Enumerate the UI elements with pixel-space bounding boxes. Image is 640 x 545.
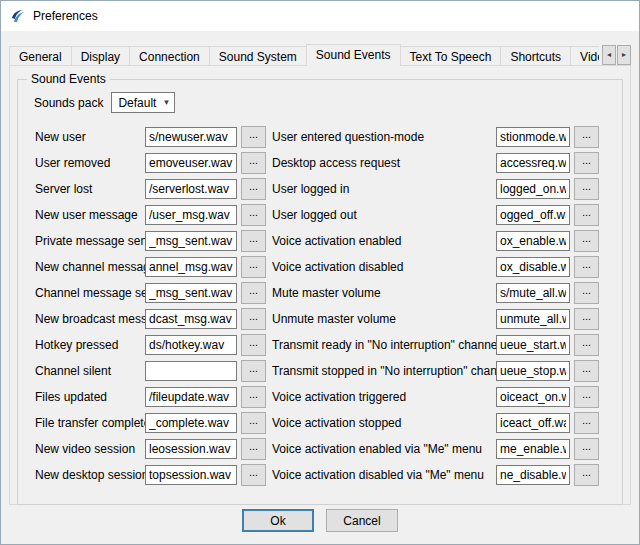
sound-event-input[interactable] — [496, 179, 570, 199]
sound-event-input[interactable] — [496, 231, 570, 251]
sound-event-input[interactable] — [145, 465, 237, 485]
sound-event-label: Server lost — [35, 182, 145, 196]
sound-event-input[interactable] — [145, 413, 237, 433]
row-voice-activation-enabled-me-menu: Voice activation enabled via "Me" menu .… — [272, 436, 612, 462]
sound-event-label: Voice activation triggered — [272, 390, 496, 404]
browse-button[interactable]: ... — [241, 256, 266, 278]
row-voice-activation-stopped: Voice activation stopped ... — [272, 410, 612, 436]
titlebar: Preferences — [1, 1, 639, 31]
sound-event-input[interactable] — [145, 439, 237, 459]
sound-event-label: New channel message — [35, 260, 145, 274]
sound-event-label: New user message — [35, 208, 145, 222]
browse-button[interactable]: ... — [241, 412, 266, 434]
browse-button[interactable]: ... — [574, 178, 599, 200]
sound-event-label: Private message sent — [35, 234, 145, 248]
sound-event-input[interactable] — [496, 127, 570, 147]
browse-button[interactable]: ... — [241, 282, 266, 304]
sound-event-input[interactable] — [496, 153, 570, 173]
browse-button[interactable]: ... — [241, 438, 266, 460]
app-icon — [10, 8, 26, 24]
row-user-entered-question-mode: User entered question-mode ... — [272, 124, 612, 150]
sound-event-label: Transmit ready in "No interruption" chan… — [272, 338, 496, 352]
row-voice-activation-enabled: Voice activation enabled ... — [272, 228, 612, 254]
tab-sound-system[interactable]: Sound System — [209, 46, 307, 66]
browse-button[interactable]: ... — [241, 334, 266, 356]
sound-event-label: User entered question-mode — [272, 130, 496, 144]
sound-event-label: User removed — [35, 156, 145, 170]
sound-event-input[interactable] — [496, 387, 570, 407]
browse-button[interactable]: ... — [241, 178, 266, 200]
row-voice-activation-disabled-me-menu: Voice activation disabled via "Me" menu … — [272, 462, 612, 488]
tab-general[interactable]: General — [9, 46, 72, 66]
tab-display[interactable]: Display — [71, 46, 130, 66]
browse-button[interactable]: ... — [241, 204, 266, 226]
sound-event-input[interactable] — [145, 309, 237, 329]
sounds-pack-label: Sounds pack — [34, 96, 103, 110]
sound-event-label: Mute master volume — [272, 286, 496, 300]
browse-button[interactable]: ... — [574, 230, 599, 252]
sound-event-label: File transfer complete — [35, 416, 145, 430]
tab-text-to-speech[interactable]: Text To Speech — [400, 46, 502, 66]
sound-event-input[interactable] — [145, 283, 237, 303]
sound-event-input[interactable] — [496, 413, 570, 433]
sounds-pack-select[interactable]: Default ▼ — [111, 92, 175, 113]
browse-button[interactable]: ... — [574, 412, 599, 434]
browse-button[interactable]: ... — [574, 334, 599, 356]
groupbox-title: Sound Events — [27, 72, 110, 86]
sound-events-right-column: User entered question-mode ... Desktop a… — [272, 124, 612, 488]
sound-event-input[interactable] — [145, 387, 237, 407]
sound-event-label: User logged in — [272, 182, 496, 196]
sound-event-input[interactable] — [496, 465, 570, 485]
sound-event-input[interactable] — [145, 257, 237, 277]
browse-button[interactable]: ... — [574, 308, 599, 330]
row-new-video-session: New video session ... — [35, 436, 281, 462]
sound-event-input[interactable] — [496, 309, 570, 329]
sound-event-input[interactable] — [145, 361, 237, 381]
sound-event-input[interactable] — [496, 361, 570, 381]
browse-button[interactable]: ... — [574, 360, 599, 382]
sound-event-input[interactable] — [496, 205, 570, 225]
browse-button[interactable]: ... — [574, 256, 599, 278]
browse-button[interactable]: ... — [574, 126, 599, 148]
sound-event-input[interactable] — [496, 283, 570, 303]
tab-scroll-right-icon[interactable]: ▸ — [617, 45, 631, 65]
row-transmit-ready: Transmit ready in "No interruption" chan… — [272, 332, 612, 358]
sound-event-label: Voice activation enabled via "Me" menu — [272, 442, 496, 456]
browse-button[interactable]: ... — [241, 152, 266, 174]
browse-button[interactable]: ... — [241, 126, 266, 148]
sound-event-input[interactable] — [496, 257, 570, 277]
browse-button[interactable]: ... — [241, 360, 266, 382]
sound-event-label: User logged out — [272, 208, 496, 222]
tab-sound-events[interactable]: Sound Events — [306, 44, 401, 66]
row-mute-master-volume: Mute master volume ... — [272, 280, 612, 306]
ok-button[interactable]: Ok — [242, 509, 314, 532]
browse-button[interactable]: ... — [574, 386, 599, 408]
sound-event-input[interactable] — [496, 439, 570, 459]
sound-event-input[interactable] — [145, 127, 237, 147]
browse-button[interactable]: ... — [574, 438, 599, 460]
browse-button[interactable]: ... — [241, 308, 266, 330]
tab-scroll-left-icon[interactable]: ◂ — [602, 45, 616, 65]
browse-button[interactable]: ... — [574, 464, 599, 486]
browse-button[interactable]: ... — [574, 282, 599, 304]
browse-button[interactable]: ... — [574, 204, 599, 226]
sound-event-input[interactable] — [496, 335, 570, 355]
sound-event-input[interactable] — [145, 179, 237, 199]
browse-button[interactable]: ... — [241, 230, 266, 252]
row-new-broadcast-message: New broadcast message ... — [35, 306, 281, 332]
cancel-button[interactable]: Cancel — [326, 509, 398, 532]
sound-event-label: Channel silent — [35, 364, 145, 378]
row-new-desktop-session: New desktop session ... — [35, 462, 281, 488]
sound-event-input[interactable] — [145, 153, 237, 173]
sound-event-input[interactable] — [145, 335, 237, 355]
row-channel-silent: Channel silent ... — [35, 358, 281, 384]
browse-button[interactable]: ... — [574, 152, 599, 174]
browse-button[interactable]: ... — [241, 464, 266, 486]
sound-event-input[interactable] — [145, 205, 237, 225]
tab-shortcuts[interactable]: Shortcuts — [500, 46, 571, 66]
browse-button[interactable]: ... — [241, 386, 266, 408]
sound-event-input[interactable] — [145, 231, 237, 251]
tab-connection[interactable]: Connection — [129, 46, 210, 66]
sounds-pack-value: Default — [118, 96, 156, 110]
sound-event-label: New broadcast message — [35, 312, 145, 326]
